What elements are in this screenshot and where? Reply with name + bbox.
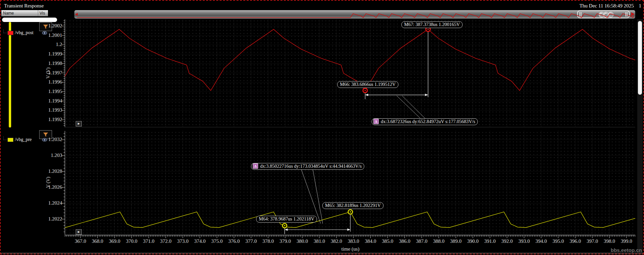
x-tick-label: 370.0 [126, 238, 138, 244]
marker-label-m67[interactable]: M67: 387.3738us 1.200165V [401, 21, 463, 28]
signal-swatch-vbg-pre[interactable] [7, 138, 14, 142]
x-tick-label: 391.0 [484, 238, 496, 244]
x-tick-label: 389.0 [450, 238, 462, 244]
y-tick-label: 1.2022 [41, 216, 62, 222]
waveform-window: Transient Response Thu Dec 11 16:58:49 2… [0, 0, 644, 254]
signal-name-vbg-post[interactable]: /vbg_post [15, 30, 33, 36]
marker-label-m64[interactable]: M64: 378.9687us 1.202118V [256, 216, 317, 223]
x-tick-label: 395.0 [552, 238, 564, 244]
marker-label-m65[interactable]: M65: 382.8189us 1.202291V [322, 202, 383, 209]
signal-table-header: Name Vis [1, 10, 48, 16]
plot-expand-button-top[interactable]: ▶ [76, 121, 82, 126]
x-tick-label: 399.0 [621, 238, 632, 244]
marker-label-m66[interactable]: M66: 383.6866us 1.199512V [337, 81, 398, 88]
x-tick-label: 374.0 [194, 238, 206, 244]
x-tick-label: 385.0 [382, 238, 393, 244]
x-tick-label: 368.0 [92, 238, 103, 244]
overview-strip-scrollbar[interactable] [74, 10, 635, 19]
vertical-scrollbar-thumb[interactable] [638, 21, 642, 95]
y-tick-label: 1.1997 [41, 70, 62, 76]
delta-text: dx:3.85022716us dy:173.034854uV s:44.941… [260, 164, 362, 169]
x-tick-label: 378.0 [263, 238, 274, 244]
plot-area-vbg-post[interactable] [65, 19, 635, 127]
plot-area-vbg-pre[interactable] [65, 131, 635, 235]
x-tick-label: 380.0 [297, 238, 308, 244]
y-tick-label: 1.2024 [41, 200, 62, 206]
page-indicator: 1 [639, 3, 642, 9]
signal-filter-input[interactable] [2, 18, 57, 22]
y-tick-label: 1.2 [41, 42, 62, 47]
y-tick-label: 1.2026 [41, 184, 62, 190]
y-tick-label: 1.2032 [41, 137, 62, 142]
x-tick-label: 397.0 [587, 238, 598, 244]
y-tick-label: 1.1992 [41, 117, 62, 122]
delta-label-top[interactable]: Δdx:3.6872326us dy:652.84972uV s:177.056… [372, 118, 478, 125]
x-tick-label: 393.0 [518, 238, 530, 244]
tree-connector [3, 29, 7, 33]
plot-expand-button-bottom[interactable]: ▶ [76, 229, 82, 235]
x-tick-label: 372.0 [160, 238, 172, 244]
x-tick-label: 392.0 [501, 238, 513, 244]
x-tick-label: 388.0 [433, 238, 445, 244]
y-tick-label: 1.2001 [41, 32, 62, 38]
tree-connector [3, 136, 7, 140]
x-tick-label: 394.0 [536, 238, 547, 244]
x-tick-label: 387.0 [416, 238, 427, 244]
x-tick-label: 377.0 [245, 238, 257, 244]
y-tick-label: 1.1999 [41, 51, 62, 57]
watermark: bbs.eetop.cn [611, 247, 642, 253]
x-axis-title: time (us) [335, 246, 366, 252]
window-bottom-edge [1, 253, 643, 254]
signal-swatch-vbg-post[interactable] [7, 31, 14, 35]
y-tick-label: 1.1996 [41, 79, 62, 85]
vis-column-header: Vis [38, 10, 45, 16]
x-tick-label: 381.0 [314, 238, 325, 244]
timestamp: Thu Dec 11 16:58:49 2025 [579, 3, 634, 9]
x-tick-label: 375.0 [211, 238, 223, 244]
marker-badge-m[interactable]: m [608, 12, 614, 18]
y-tick-label: 1.1998 [41, 61, 62, 66]
y-tick-label: 1.203 [41, 153, 62, 158]
x-tick-label: 371.0 [143, 238, 154, 244]
y-tick-label: 1.2028 [41, 168, 62, 174]
overview-range-slider[interactable]: m m m [577, 10, 630, 18]
window-title: Transient Response [4, 3, 44, 9]
x-tick-label: 398.0 [604, 238, 615, 244]
y-tick-label: 1.1994 [41, 98, 62, 104]
y-tick-label: 1.1993 [41, 107, 62, 113]
delta-label-bottom[interactable]: Δdx:3.85022716us dy:173.034854uV s:44.94… [251, 163, 364, 170]
x-tick-label: 383.0 [348, 238, 359, 244]
name-column-header: Name [3, 10, 14, 16]
y-tick-label: 1.1995 [41, 89, 62, 94]
signal-name-vbg-pre[interactable]: /vbg_pre [15, 137, 32, 142]
y-tick-label: 1.2002 [41, 23, 62, 29]
delta-icon: Δ [373, 119, 379, 124]
delta-text: dx:3.6872326us dy:652.84972uV s:177.0568… [381, 119, 475, 124]
x-tick-label: 369.0 [109, 238, 120, 244]
x-tick-label: 379.0 [279, 238, 291, 244]
delta-icon: Δ [253, 163, 258, 169]
signal-range-bar [9, 22, 11, 128]
x-tick-label: 373.0 [177, 238, 189, 244]
x-tick-label: 367.0 [75, 238, 86, 244]
x-tick-label: 376.0 [228, 238, 240, 244]
x-tick-label: 386.0 [399, 238, 411, 244]
x-tick-label: 382.0 [331, 238, 342, 244]
x-tick-label: 384.0 [365, 238, 376, 244]
x-tick-label: 390.0 [467, 238, 479, 244]
x-tick-label: 396.0 [570, 238, 581, 244]
